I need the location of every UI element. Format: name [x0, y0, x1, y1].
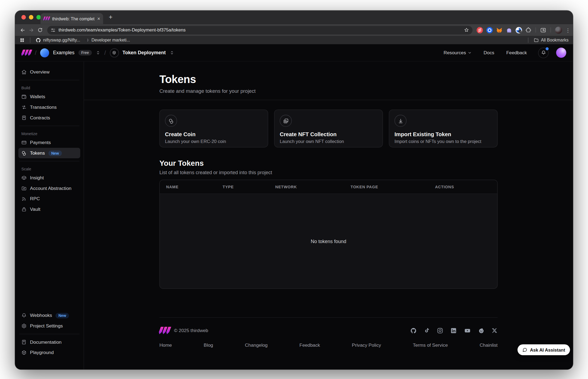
sidebar-item-label: Transactions: [30, 105, 57, 110]
side-panel-button[interactable]: [540, 27, 547, 33]
browser-toolbar: thirdweb.com/team/examples/Token-Deploym…: [15, 24, 573, 36]
team-name[interactable]: Examples: [53, 50, 75, 56]
extension-red-icon[interactable]: [477, 27, 483, 33]
footer-link-chainlist[interactable]: Chainlist: [480, 342, 497, 348]
sidebar-item-payments[interactable]: Payments: [18, 137, 80, 148]
page-title: Tokens: [159, 73, 498, 86]
contract-file-icon: [21, 115, 27, 120]
team-avatar[interactable]: [40, 48, 49, 57]
linkedin-icon[interactable]: [450, 327, 457, 334]
project-name[interactable]: Token Deployment: [123, 50, 166, 56]
app-header: / Examples Free / Token Deployment Resou…: [15, 44, 573, 62]
sidebar-item-label: Project Settings: [30, 323, 63, 329]
copyright: © 2025 thirdweb: [174, 328, 208, 333]
minimize-window-button[interactable]: [29, 15, 33, 20]
toolbar-divider-2: [551, 27, 551, 33]
address-bar[interactable]: thirdweb.com/team/examples/Token-Deploym…: [47, 26, 472, 34]
forward-button[interactable]: [27, 26, 35, 34]
metamask-extension-icon[interactable]: [496, 27, 503, 33]
nav-feedback[interactable]: Feedback: [506, 50, 527, 55]
reddit-icon[interactable]: [478, 327, 485, 334]
reload-button[interactable]: [36, 26, 44, 34]
import-existing-token-card[interactable]: Import Existing Token Import coins or NF…: [389, 110, 498, 148]
breadcrumb-slash: /: [35, 49, 37, 56]
pie-glyph: [516, 27, 522, 33]
project-switcher-button[interactable]: [170, 50, 174, 55]
nav-docs[interactable]: Docs: [484, 50, 494, 55]
github-favicon-icon: [36, 37, 41, 43]
extensions-area: ⋮: [477, 26, 569, 33]
sidebar-item-project-settings[interactable]: Project Settings: [18, 321, 80, 331]
ask-ai-assistant-button[interactable]: Ask AI Assistant: [517, 344, 570, 355]
user-avatar[interactable]: [556, 48, 566, 58]
back-button[interactable]: [19, 26, 27, 34]
sidebar-item-label: Wallets: [30, 94, 45, 99]
extension-clock-icon[interactable]: [516, 27, 522, 33]
sidebar-item-insight[interactable]: Insight: [18, 173, 80, 183]
site-settings-icon[interactable]: [51, 28, 56, 33]
sidebar-item-tokens[interactable]: Tokens New: [18, 148, 80, 158]
chevrons-up-down-icon: [170, 50, 174, 55]
phantom-extension-icon[interactable]: [506, 27, 512, 33]
zoom-window-button[interactable]: [36, 15, 41, 20]
sidebar-item-overview[interactable]: Overview: [18, 67, 80, 77]
ghost-glyph: [506, 27, 512, 33]
team-switcher-button[interactable]: [96, 50, 101, 55]
folder-circle-icon: [21, 186, 27, 191]
chevron-down-icon: [468, 51, 472, 55]
cube-icon: [112, 51, 116, 55]
reload-icon: [37, 27, 43, 33]
project-avatar[interactable]: [110, 48, 119, 57]
column-type: TYPE: [223, 184, 275, 189]
tiktok-icon[interactable]: [424, 327, 430, 333]
thirdweb-footer-logo: [159, 327, 170, 334]
close-tab-icon[interactable]: ×: [97, 16, 100, 21]
apps-grid-icon[interactable]: [20, 37, 25, 43]
empty-state-message: No tokens found: [311, 238, 346, 244]
browser-menu-button[interactable]: ⋮: [565, 27, 569, 33]
window-controls: [21, 15, 41, 20]
extension-blue-icon[interactable]: [486, 27, 493, 33]
your-tokens-section: Your Tokens List of all tokens created o…: [159, 159, 498, 289]
youtube-icon[interactable]: [464, 327, 471, 334]
sidebar-item-rpc[interactable]: RPC: [18, 193, 80, 204]
sidebar-item-playground[interactable]: Playground: [18, 347, 80, 358]
bookmark-star-icon[interactable]: [464, 27, 469, 33]
bookmark-developer-marketing[interactable]: Developer marketi...: [85, 38, 130, 43]
footer-link-home[interactable]: Home: [159, 342, 172, 348]
create-coin-card[interactable]: Create Coin Launch your own ERC-20 coin: [159, 110, 268, 148]
sidebar-item-wallets[interactable]: Wallets: [18, 91, 80, 102]
card-title: Create NFT Collection: [280, 131, 377, 137]
gear-icon: [21, 323, 27, 329]
sidebar-item-documentation[interactable]: Documentation: [18, 337, 80, 348]
all-bookmarks-button[interactable]: All Bookmarks: [533, 37, 568, 43]
footer-link-privacy-policy[interactable]: Privacy Policy: [352, 342, 381, 348]
footer-link-changelog[interactable]: Changelog: [245, 342, 268, 348]
sidebar-item-webhooks[interactable]: Webhooks New: [18, 310, 80, 321]
browser-profile-avatar[interactable]: [555, 26, 562, 33]
footer-link-blog[interactable]: Blog: [204, 342, 213, 348]
action-cards: Create Coin Launch your own ERC-20 coin …: [159, 110, 498, 148]
footer-link-terms-of-service[interactable]: Terms of Service: [413, 342, 448, 348]
notifications-button[interactable]: [538, 47, 549, 58]
page-subtitle: Create and manage tokens for your projec…: [159, 88, 498, 94]
github-icon[interactable]: [410, 327, 417, 334]
sidebar-item-account-abstraction[interactable]: Account Abstraction: [18, 183, 80, 194]
bookmark-niftyswap[interactable]: niftyswap.gg/Nifty...: [36, 37, 80, 43]
thirdweb-logo[interactable]: [22, 50, 31, 56]
sidebar-item-contracts[interactable]: Contracts: [18, 113, 80, 123]
home-icon: [21, 69, 27, 75]
sidebar-item-vault[interactable]: Vault: [18, 204, 80, 215]
x-twitter-icon[interactable]: [492, 327, 498, 333]
browser-tab[interactable]: thirdweb: The complete web3 ×: [40, 13, 103, 24]
new-tab-button[interactable]: +: [109, 14, 113, 21]
bell-icon: [541, 50, 546, 55]
instagram-icon[interactable]: [437, 327, 443, 334]
close-window-button[interactable]: [21, 15, 26, 20]
sidebar-section-scale: Scale: [18, 164, 80, 173]
extensions-puzzle-button[interactable]: [525, 27, 531, 33]
sidebar-item-transactions[interactable]: Transactions: [18, 102, 80, 113]
nav-resources[interactable]: Resources: [443, 50, 471, 55]
footer-link-feedback[interactable]: Feedback: [299, 342, 320, 348]
create-nft-collection-card[interactable]: Create NFT Collection Launch your own NF…: [274, 110, 383, 148]
